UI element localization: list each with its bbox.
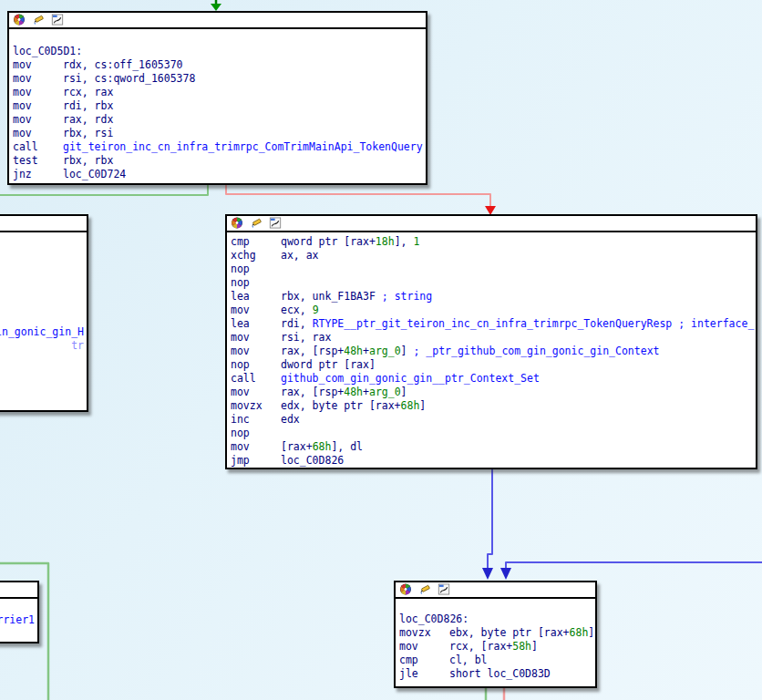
asm-instruction-line[interactable]: movrdx, cs:off_1605370 bbox=[9, 58, 426, 72]
asm-instruction-line[interactable]: nop bbox=[227, 276, 756, 290]
node-header bbox=[0, 582, 37, 599]
operand-segment: + bbox=[363, 386, 369, 398]
node-color-icon[interactable] bbox=[13, 13, 26, 29]
mnemonic: mov bbox=[13, 113, 63, 127]
mnemonic: movzx bbox=[231, 399, 281, 413]
asm-instruction-line[interactable]: mov[rax+68h], dl bbox=[227, 440, 756, 454]
operands: rbx, unk_F1BA3F ; string bbox=[281, 290, 432, 303]
operands: loc_C0D724 bbox=[63, 168, 126, 180]
disassembly-listing: loc_C0D826:movzxebx, byte ptr [rax+68h]m… bbox=[396, 599, 595, 681]
asm-instruction-line[interactable]: learbx, unk_F1BA3F ; string bbox=[227, 290, 756, 304]
asm-instruction-line[interactable]: leardi, RTYPE__ptr_git_teiron_inc_cn_inf… bbox=[227, 317, 756, 331]
asm-instruction-line[interactable]: nop bbox=[227, 262, 756, 276]
mnemonic: mov bbox=[231, 331, 281, 345]
basic-block-partial-left[interactable]: in_gonic_gin_Htr bbox=[0, 214, 88, 412]
mnemonic: mov bbox=[231, 345, 281, 358]
chart-window-icon[interactable] bbox=[269, 216, 282, 232]
operand-segment: git_teiron_inc_cn_infra_trimrpc_ComTrimM… bbox=[63, 140, 423, 153]
asm-instruction-line[interactable]: movzxebx, byte ptr [rax+68h] bbox=[396, 626, 595, 640]
node-color-icon[interactable] bbox=[399, 582, 412, 599]
node-header bbox=[0, 216, 87, 232]
operand-segment: rbx, unk_F1BA3F bbox=[281, 290, 382, 303]
operand-segment: loc_C0D724 bbox=[63, 168, 126, 180]
mnemonic: test bbox=[13, 154, 63, 168]
asm-instruction-line[interactable]: callgithub_com_gin_gonic_gin__ptr_Contex… bbox=[227, 372, 756, 386]
asm-instruction-line[interactable]: callgit_teiron_inc_cn_infra_trimrpc_ComT… bbox=[9, 140, 426, 154]
asm-instruction-line[interactable]: movrbx, rsi bbox=[9, 127, 426, 140]
asm-instruction-line[interactable]: jnzloc_C0D724 bbox=[9, 168, 426, 181]
asm-label-line[interactable]: tr bbox=[0, 339, 87, 353]
operand-segment: edx, byte ptr [rax+ bbox=[281, 399, 401, 412]
operands: loc_C0D5D1: bbox=[13, 45, 82, 57]
operand-segment: 48h bbox=[344, 386, 363, 398]
operands: short loc_C0D83D bbox=[449, 667, 551, 680]
asm-instruction-line[interactable]: movrax, rdx bbox=[9, 113, 426, 127]
mnemonic: cmp bbox=[399, 654, 449, 667]
asm-label-line[interactable]: loc_C0D826: bbox=[396, 612, 595, 626]
asm-instruction-line[interactable]: movrax, [rsp+48h+arg_0] ; _ptr_github_co… bbox=[227, 345, 756, 358]
asm-label-line[interactable]: in_gonic_gin_H bbox=[0, 325, 87, 339]
operands: edx bbox=[281, 413, 300, 426]
asm-instruction-line[interactable]: movrcx, [rax+58h] bbox=[396, 640, 595, 654]
operands: tr bbox=[71, 339, 84, 352]
operand-segment: 68h bbox=[313, 440, 332, 453]
chart-window-icon[interactable] bbox=[438, 582, 450, 599]
asm-instruction-line[interactable]: testrbx, rbx bbox=[9, 154, 426, 168]
asm-instruction-line[interactable]: cmpcl, bl bbox=[396, 654, 595, 667]
operand-segment: ] bbox=[401, 386, 407, 398]
asm-instruction-line[interactable]: nopdword ptr [rax] bbox=[227, 358, 756, 372]
asm-instruction-line[interactable]: movzxedx, byte ptr [rax+68h] bbox=[227, 399, 756, 413]
operands: rsi, rax bbox=[281, 331, 331, 344]
disassembly-listing: loc_C0D5D1:movrdx, cs:off_1605370movrsi,… bbox=[9, 29, 426, 181]
asm-instruction-line[interactable]: movrsi, cs:qword_1605378 bbox=[9, 72, 426, 86]
mnemonic: cmp bbox=[231, 235, 281, 249]
edge-blue-right-to-bottom bbox=[506, 562, 762, 569]
operands: rax, rdx bbox=[63, 113, 113, 126]
operand-segment: rax, [rsp+ bbox=[281, 386, 344, 398]
edit-node-icon[interactable] bbox=[32, 13, 45, 29]
asm-instruction-line[interactable]: movrcx, rax bbox=[9, 86, 426, 99]
mnemonic: mov bbox=[13, 86, 63, 99]
operand-segment: ] bbox=[419, 399, 426, 412]
mnemonic: nop bbox=[231, 427, 281, 440]
basic-block-loc-C0D5D1[interactable]: loc_C0D5D1:movrdx, cs:off_1605370movrsi,… bbox=[7, 11, 427, 185]
basic-block-loc-C0D826[interactable]: loc_C0D826:movzxebx, byte ptr [rax+68h]m… bbox=[394, 581, 597, 688]
asm-instruction-line[interactable]: movrsi, rax bbox=[227, 331, 756, 345]
mnemonic: xchg bbox=[231, 249, 281, 262]
operands: ebx, byte ptr [rax+68h] bbox=[449, 626, 594, 639]
operands: rcx, rax bbox=[63, 86, 113, 98]
operand-segment: ecx, bbox=[281, 304, 313, 316]
edge-arrow-green bbox=[211, 4, 221, 11]
operand-segment: rrier1 bbox=[0, 613, 35, 626]
operand-segment: 1 bbox=[413, 235, 419, 248]
basic-block-partial-left-bottom[interactable]: rrier1 bbox=[0, 581, 39, 643]
operand-segment: 18h bbox=[376, 235, 395, 248]
mnemonic: mov bbox=[13, 58, 63, 72]
operand-segment: ; _ptr_github_com_gin_gonic_gin_Context bbox=[413, 345, 659, 357]
operands: github_com_gin_gonic_gin__ptr_Context_Se… bbox=[281, 372, 540, 385]
graph-view[interactable]: loc_C0D5D1:movrdx, cs:off_1605370movrsi,… bbox=[0, 0, 762, 700]
edit-node-icon[interactable] bbox=[418, 582, 431, 599]
asm-instruction-line[interactable]: movrax, [rsp+48h+arg_0] bbox=[227, 386, 756, 399]
operand-segment: rdx, cs:off_1605370 bbox=[63, 58, 183, 71]
operands: rdi, RTYPE__ptr_git_teiron_inc_cn_infra_… bbox=[281, 317, 754, 330]
edit-node-icon[interactable] bbox=[250, 216, 263, 232]
asm-instruction-line[interactable]: xchgax, ax bbox=[227, 249, 756, 262]
asm-label-line[interactable]: rrier1 bbox=[0, 613, 37, 627]
asm-instruction-line[interactable]: jleshort loc_C0D83D bbox=[396, 667, 595, 681]
operand-segment: + bbox=[363, 345, 369, 357]
asm-label-line[interactable]: loc_C0D5D1: bbox=[9, 45, 426, 58]
operand-segment: loc_C0D826 bbox=[281, 454, 344, 467]
asm-instruction-line[interactable]: jmploc_C0D826 bbox=[227, 454, 756, 468]
asm-instruction-line[interactable]: cmpqword ptr [rax+18h], 1 bbox=[227, 235, 756, 249]
basic-block-middle[interactable]: cmpqword ptr [rax+18h], 1xchgax, axnopno… bbox=[225, 214, 757, 469]
operand-segment: rcx, [rax+ bbox=[449, 640, 512, 653]
asm-instruction-line[interactable]: nop bbox=[227, 427, 756, 440]
operands: git_teiron_inc_cn_infra_trimrpc_ComTrimM… bbox=[63, 140, 423, 153]
node-color-icon[interactable] bbox=[231, 216, 243, 232]
asm-instruction-line[interactable]: movrdi, rbx bbox=[9, 99, 426, 113]
asm-instruction-line[interactable]: movecx, 9 bbox=[227, 304, 756, 317]
operand-segment: rbx, rbx bbox=[63, 154, 113, 167]
chart-window-icon[interactable] bbox=[51, 13, 64, 29]
asm-instruction-line[interactable]: incedx bbox=[227, 413, 756, 427]
